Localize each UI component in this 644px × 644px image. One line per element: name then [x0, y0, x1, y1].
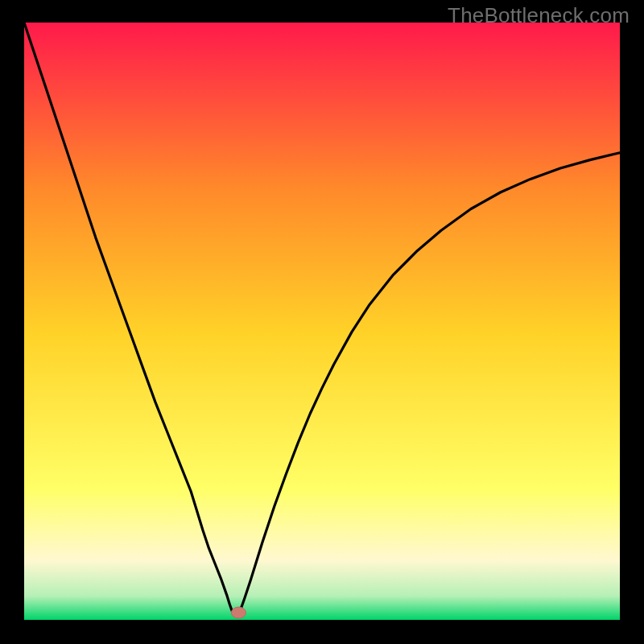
chart-container: TheBottleneck.com [0, 0, 644, 644]
watermark-text: TheBottleneck.com [448, 3, 630, 28]
plot-area [24, 23, 620, 620]
notch-marker [231, 607, 246, 618]
bottleneck-chart [0, 0, 644, 644]
